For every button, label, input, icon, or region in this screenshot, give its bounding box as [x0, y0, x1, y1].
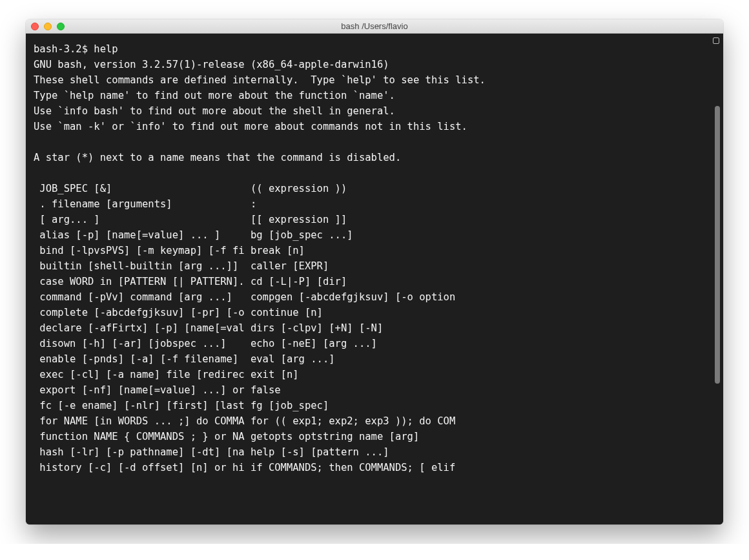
scrollbar-thumb[interactable]	[715, 106, 720, 384]
close-icon[interactable]	[31, 23, 39, 30]
terminal-wrap: bash-3.2$ help GNU bash, version 3.2.57(…	[26, 34, 723, 524]
terminal-output[interactable]: bash-3.2$ help GNU bash, version 3.2.57(…	[26, 34, 723, 524]
titlebar[interactable]: bash /Users/flavio	[26, 19, 723, 34]
scrollbar-track[interactable]	[713, 35, 722, 523]
window-title: bash /Users/flavio	[26, 21, 723, 31]
maximize-icon[interactable]	[57, 23, 65, 30]
traffic-lights	[31, 23, 65, 30]
terminal-window: bash /Users/flavio bash-3.2$ help GNU ba…	[26, 19, 723, 524]
minimize-icon[interactable]	[44, 23, 52, 30]
